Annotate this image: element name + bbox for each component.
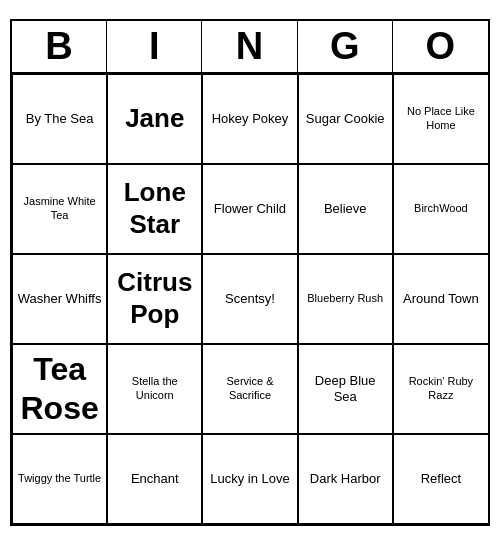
bingo-cell: Scentsy! xyxy=(202,254,297,344)
bingo-cell: Enchant xyxy=(107,434,202,524)
bingo-header: BINGO xyxy=(12,21,488,74)
bingo-cell: Reflect xyxy=(393,434,488,524)
header-letter: N xyxy=(202,21,297,72)
bingo-card: BINGO By The SeaJaneHokey PokeySugar Coo… xyxy=(10,19,490,526)
bingo-cell: Service & Sacrifice xyxy=(202,344,297,434)
bingo-cell: BirchWood xyxy=(393,164,488,254)
bingo-cell: Jane xyxy=(107,74,202,164)
bingo-cell: Stella the Unicorn xyxy=(107,344,202,434)
bingo-cell: No Place Like Home xyxy=(393,74,488,164)
bingo-cell: Rockin' Ruby Razz xyxy=(393,344,488,434)
bingo-cell: Sugar Cookie xyxy=(298,74,393,164)
bingo-cell: Around Town xyxy=(393,254,488,344)
header-letter: B xyxy=(12,21,107,72)
bingo-cell: Washer Whiffs xyxy=(12,254,107,344)
bingo-cell: Deep Blue Sea xyxy=(298,344,393,434)
bingo-cell: Jasmine White Tea xyxy=(12,164,107,254)
bingo-cell: Blueberry Rush xyxy=(298,254,393,344)
bingo-grid: By The SeaJaneHokey PokeySugar CookieNo … xyxy=(12,74,488,524)
bingo-cell: Lone Star xyxy=(107,164,202,254)
header-letter: O xyxy=(393,21,488,72)
bingo-cell: Twiggy the Turtle xyxy=(12,434,107,524)
bingo-cell: Tea Rose xyxy=(12,344,107,434)
bingo-cell: Citrus Pop xyxy=(107,254,202,344)
bingo-cell: Lucky in Love xyxy=(202,434,297,524)
header-letter: G xyxy=(298,21,393,72)
bingo-cell: Believe xyxy=(298,164,393,254)
bingo-cell: Dark Harbor xyxy=(298,434,393,524)
header-letter: I xyxy=(107,21,202,72)
bingo-cell: Hokey Pokey xyxy=(202,74,297,164)
bingo-cell: Flower Child xyxy=(202,164,297,254)
bingo-cell: By The Sea xyxy=(12,74,107,164)
